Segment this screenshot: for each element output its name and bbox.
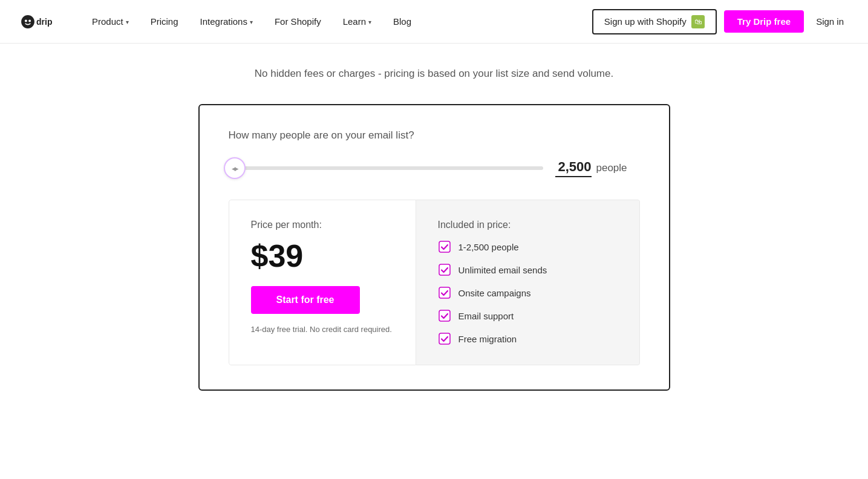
start-for-free-button[interactable]: Start for free xyxy=(251,286,360,314)
svg-rect-4 xyxy=(439,241,450,252)
signup-shopify-button[interactable]: Sign up with Shopify 🛍 xyxy=(592,9,717,34)
checkmark-icon xyxy=(438,286,451,299)
main-content: No hidden fees or charges - pricing is b… xyxy=(0,44,868,427)
price-card: Price per month: $39 Start for free 14-d… xyxy=(229,200,416,365)
nav-for-shopify[interactable]: For Shopify xyxy=(264,0,332,44)
pricing-box: How many people are on your email list? … xyxy=(198,104,670,391)
price-amount: $39 xyxy=(251,240,394,272)
svg-rect-8 xyxy=(439,333,450,344)
nav-product[interactable]: Product ▾ xyxy=(81,0,140,44)
included-item: Free migration xyxy=(438,332,618,345)
slider-number: 2,500 xyxy=(555,159,592,177)
pricing-cards: Price per month: $39 Start for free 14-d… xyxy=(229,200,640,365)
logo[interactable]: drip xyxy=(19,10,62,34)
slider-label: How many people are on your email list? xyxy=(229,129,640,142)
shopify-bag-icon: 🛍 xyxy=(691,15,705,28)
slider-track xyxy=(229,166,543,170)
svg-rect-6 xyxy=(439,287,450,298)
included-item: Unlimited email sends xyxy=(438,263,618,276)
included-list: 1-2,500 people Unlimited email sends Ons… xyxy=(438,240,618,345)
svg-point-1 xyxy=(25,19,27,22)
nav-learn[interactable]: Learn ▾ xyxy=(332,0,382,44)
included-item-text: Unlimited email sends xyxy=(458,265,547,275)
included-item: Email support xyxy=(438,309,618,322)
slider-handle[interactable]: ◂▸ xyxy=(224,157,246,179)
included-item-text: Free migration xyxy=(458,334,517,344)
included-label: Included in price: xyxy=(438,220,618,230)
svg-point-0 xyxy=(21,15,34,28)
header-actions: Sign up with Shopify 🛍 Try Drip free Sig… xyxy=(592,9,849,34)
pricing-subtitle: No hidden fees or charges - pricing is b… xyxy=(255,68,613,80)
included-item: 1-2,500 people xyxy=(438,240,618,253)
price-label: Price per month: xyxy=(251,220,394,230)
svg-point-2 xyxy=(28,19,31,22)
included-item-text: Onsite campaigns xyxy=(458,288,531,298)
included-item-text: 1-2,500 people xyxy=(458,242,519,252)
checkmark-icon xyxy=(438,263,451,276)
nav-pricing[interactable]: Pricing xyxy=(140,0,189,44)
nav-integrations[interactable]: Integrations ▾ xyxy=(189,0,264,44)
svg-rect-7 xyxy=(439,310,450,321)
trial-note: 14-day free trial. No credit card requir… xyxy=(251,325,394,334)
slider-row: ◂▸ 2,500 people xyxy=(229,156,640,180)
slider-arrows-icon: ◂▸ xyxy=(232,164,238,173)
slider-value-area: 2,500 people xyxy=(555,159,640,177)
slider-unit: people xyxy=(596,162,627,174)
site-header: drip Product ▾ Pricing Integrations ▾ Fo… xyxy=(0,0,868,44)
try-drip-free-button[interactable]: Try Drip free xyxy=(724,10,804,33)
main-nav: Product ▾ Pricing Integrations ▾ For Sho… xyxy=(81,0,422,44)
checkmark-icon xyxy=(438,332,451,345)
checkmark-icon xyxy=(438,309,451,322)
sign-in-button[interactable]: Sign in xyxy=(811,16,849,27)
product-chevron-icon: ▾ xyxy=(126,19,129,25)
included-item-text: Email support xyxy=(458,311,514,321)
svg-text:drip: drip xyxy=(36,16,52,26)
included-card: Included in price: 1-2,500 people Unlimi… xyxy=(416,200,640,365)
nav-blog[interactable]: Blog xyxy=(382,0,422,44)
slider-container[interactable]: ◂▸ xyxy=(229,156,543,180)
checkmark-icon xyxy=(438,240,451,253)
svg-rect-5 xyxy=(439,264,450,275)
learn-chevron-icon: ▾ xyxy=(368,19,371,25)
integrations-chevron-icon: ▾ xyxy=(250,19,253,25)
included-item: Onsite campaigns xyxy=(438,286,618,299)
